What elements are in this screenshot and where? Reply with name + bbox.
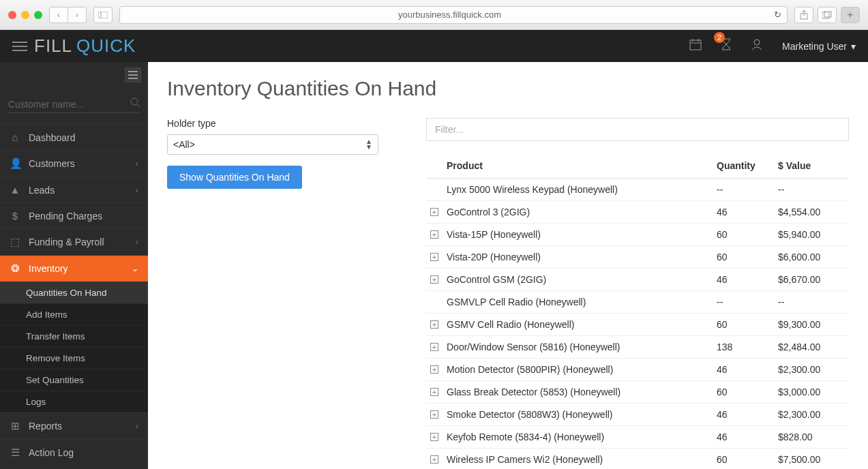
table-row: +GoControl 3 (2GIG)46$4,554.00: [426, 201, 849, 224]
submenu-item-quantities-on-hand[interactable]: Quantities On Hand: [0, 282, 148, 303]
brand-part2: QUICK: [76, 35, 136, 57]
sidebar-item-leads[interactable]: ▲Leads‹: [0, 177, 148, 202]
brand-part1: FILL: [34, 35, 72, 57]
svg-line-12: [137, 104, 140, 107]
col-quantity[interactable]: Quantity: [713, 153, 774, 179]
tabs-icon: [822, 11, 832, 19]
profile-button[interactable]: [751, 38, 763, 54]
new-tab-button[interactable]: +: [841, 7, 860, 23]
expand-icon[interactable]: +: [430, 388, 438, 396]
notification-badge: 2: [714, 32, 725, 43]
main-content: Inventory Quantities On Hand Holder type…: [148, 62, 868, 469]
holder-type-select[interactable]: <All> ▲▼: [167, 134, 378, 155]
col-product[interactable]: Product: [443, 153, 713, 179]
page-title: Inventory Quantities On Hand: [167, 77, 849, 100]
sidebar-item-dashboard[interactable]: ⌂Dashboard: [0, 124, 148, 150]
svg-point-11: [131, 98, 138, 105]
expand-icon[interactable]: +: [430, 253, 438, 261]
cell-value: $9,300.00: [774, 314, 849, 336]
cell-quantity: 60: [713, 246, 774, 269]
chevron-left-icon: ‹: [136, 421, 138, 431]
chevron-left-icon: ‹: [136, 159, 138, 168]
submenu-item-transfer-items[interactable]: Transfer Items: [0, 325, 148, 347]
select-arrows-icon: ▲▼: [365, 139, 372, 150]
cell-quantity: 60: [713, 449, 774, 470]
user-menu[interactable]: Marketing User ▾: [782, 41, 856, 52]
expand-icon[interactable]: +: [430, 410, 438, 419]
sidebar-item-label: Customers: [29, 158, 128, 169]
sidebar-item-label: Pending Charges: [29, 211, 138, 222]
inventory-table: Product Quantity $ Value Lynx 5000 Wirel…: [426, 153, 849, 469]
table-row: +Keyfob Remote (5834-4) (Honeywell)46$82…: [426, 426, 849, 449]
expand-icon[interactable]: +: [430, 320, 438, 329]
cell-quantity: 46: [713, 404, 774, 426]
app-header: FILLQUICK 2 Marketing User ▾: [0, 30, 868, 62]
share-button[interactable]: [794, 7, 813, 23]
customer-search-input[interactable]: [7, 96, 141, 113]
expand-icon[interactable]: +: [430, 343, 438, 351]
close-window-icon[interactable]: [8, 11, 16, 19]
table-row: +GSMV Cell Radio (Honeywell)60$9,300.00: [426, 314, 849, 336]
cell-quantity: --: [713, 179, 774, 201]
cell-value: $2,300.00: [774, 404, 849, 426]
filter-input[interactable]: [426, 118, 849, 141]
cell-product: GoControl GSM (2GIG): [443, 269, 713, 291]
share-icon: [800, 10, 808, 20]
sidebar-collapse-button[interactable]: [125, 67, 141, 82]
holder-type-value: <All>: [173, 139, 195, 150]
cell-product: Glass Break Detector (5853) (Honeywell): [443, 381, 713, 404]
chevron-down-icon: ▾: [851, 41, 856, 52]
tabs-button[interactable]: [818, 7, 837, 23]
table-icon: ⊞: [10, 420, 20, 432]
svg-rect-6: [690, 40, 701, 50]
minimize-window-icon[interactable]: [21, 11, 29, 19]
col-value[interactable]: $ Value: [774, 153, 849, 179]
chevron-left-icon: ‹: [136, 237, 138, 247]
sidebar-item-inventory[interactable]: ❂Inventory⌄: [0, 255, 148, 282]
notifications-button[interactable]: 2: [721, 37, 732, 55]
table-row: +Door/Window Sensor (5816) (Honeywell)13…: [426, 336, 849, 359]
calendar-button[interactable]: [689, 38, 702, 54]
money-icon: ⬚: [10, 236, 20, 248]
expand-icon[interactable]: +: [430, 275, 438, 284]
cell-quantity: 46: [713, 269, 774, 291]
sidebar-item-funding-payroll[interactable]: ⬚Funding & Payroll‹: [0, 228, 148, 255]
home-icon: ⌂: [10, 132, 20, 143]
cell-product: Smoke Detector (5808W3) (Honeywell): [443, 404, 713, 426]
back-button[interactable]: ‹: [49, 7, 68, 23]
svg-rect-0: [98, 12, 108, 18]
show-quantities-button[interactable]: Show Quantities On Hand: [167, 166, 302, 189]
expand-icon[interactable]: +: [430, 365, 438, 374]
reload-icon[interactable]: ↻: [774, 10, 781, 20]
sidebar-item-label: Inventory: [29, 263, 123, 274]
cell-product: GSMVLP Cell Radio (Honeywell): [443, 291, 713, 314]
cell-value: $3,000.00: [774, 381, 849, 404]
cell-product: Lynx 5000 Wireless Keypad (Honeywell): [443, 179, 713, 201]
cell-value: $2,484.00: [774, 336, 849, 359]
sidebar-toggle-button[interactable]: [93, 7, 113, 23]
sidebar-item-action-log[interactable]: ☰Action Log: [0, 439, 148, 466]
holder-type-label: Holder type: [167, 118, 385, 129]
submenu-item-remove-items[interactable]: Remove Items: [0, 347, 148, 369]
submenu-item-logs[interactable]: Logs: [0, 391, 148, 412]
cell-product: GoControl 3 (2GIG): [443, 201, 713, 224]
expand-icon[interactable]: +: [430, 230, 438, 239]
zoom-window-icon[interactable]: [34, 11, 42, 19]
url-bar[interactable]: yourbusiness.fillquick.com ↻: [119, 6, 788, 24]
sidebar-item-pending-charges[interactable]: $Pending Charges: [0, 202, 148, 228]
forward-button[interactable]: ›: [68, 7, 87, 23]
submenu-item-set-quantities[interactable]: Set Quantities: [0, 369, 148, 391]
expand-icon[interactable]: +: [430, 455, 438, 464]
table-row: Lynx 5000 Wireless Keypad (Honeywell)---…: [426, 179, 849, 201]
expand-icon[interactable]: +: [430, 433, 438, 441]
cell-product: GSMV Cell Radio (Honeywell): [443, 314, 713, 336]
brand-logo[interactable]: FILLQUICK: [12, 35, 136, 57]
road-icon: ▲: [10, 184, 20, 196]
sidebar-item-customers[interactable]: 👤Customers‹: [0, 150, 148, 177]
sidebar-item-reports[interactable]: ⊞Reports‹: [0, 412, 148, 439]
submenu-item-add-items[interactable]: Add Items: [0, 303, 148, 325]
chevron-down-icon: ⌄: [132, 264, 138, 273]
table-row: +Glass Break Detector (5853) (Honeywell)…: [426, 381, 849, 404]
expand-icon[interactable]: +: [430, 208, 438, 216]
cell-product: Motion Detector (5800PIR) (Honeywell): [443, 359, 713, 381]
